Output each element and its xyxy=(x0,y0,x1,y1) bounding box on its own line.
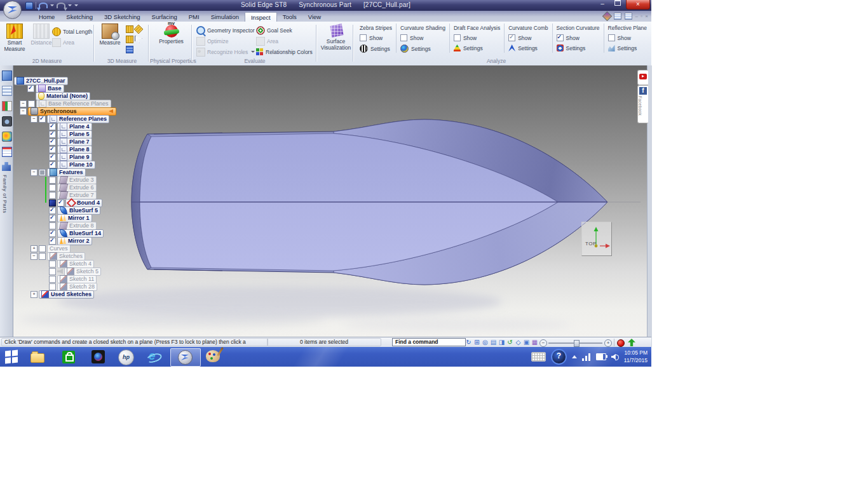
show-checkbox[interactable] xyxy=(454,34,461,41)
tree-item-bluesurf-14[interactable]: BlueSurf 14 xyxy=(57,229,104,238)
zoom-in-button[interactable]: + xyxy=(604,339,612,347)
tree-checkbox[interactable] xyxy=(49,123,56,130)
pan-icon[interactable]: ◇ xyxy=(514,338,522,346)
tree-item-mirror-2[interactable]: Mirror 2 xyxy=(57,237,92,245)
tree-item-sketches[interactable]: Sketches xyxy=(47,252,85,261)
minimize-ribbon-icon[interactable] xyxy=(625,13,632,20)
help-icon[interactable] xyxy=(602,11,612,22)
recognize-holes-button[interactable]: Recognize Holes xyxy=(196,46,255,57)
window-layout-icon[interactable]: ▣ xyxy=(522,338,531,346)
tab-view[interactable]: View xyxy=(302,12,327,22)
file-explorer-icon[interactable] xyxy=(31,353,44,363)
tab-simulation[interactable]: Simulation xyxy=(205,12,245,22)
record-video-button[interactable] xyxy=(617,339,625,347)
settings-button-reflective-plane[interactable]: Settings xyxy=(608,44,647,51)
tree-item-curves[interactable]: Curves xyxy=(47,245,71,253)
geometry-inspector-button[interactable]: Geometry Inspector xyxy=(196,25,255,36)
settings-button-section-curvature[interactable]: Settings xyxy=(557,44,600,51)
collapse-expander[interactable]: − xyxy=(20,100,27,107)
angle-measure-icon[interactable] xyxy=(133,24,143,34)
tree-item-base[interactable]: Base xyxy=(36,85,64,93)
tree-item-27cc-hull-par[interactable]: 27CC_Hull.par xyxy=(14,77,68,85)
relationship-colors-button[interactable]: Relationship Colors xyxy=(256,46,313,57)
find-command-input[interactable]: Find a command xyxy=(392,338,466,346)
tree-item-material-none[interactable]: Material (None) xyxy=(36,92,90,100)
tab-surfacing[interactable]: Surfacing xyxy=(146,12,183,22)
solid-edge-taskbar-button[interactable] xyxy=(170,348,201,367)
tree-item-base-reference-planes[interactable]: Base Reference Planes xyxy=(36,100,111,108)
camera-app-icon[interactable] xyxy=(92,350,105,363)
help-tray-icon[interactable]: ? xyxy=(551,349,567,365)
show-toggle-curvature-comb[interactable]: Show xyxy=(508,34,548,41)
collapse-expander[interactable]: − xyxy=(20,108,27,115)
tree-checkbox[interactable] xyxy=(49,283,56,290)
tree-item-sketch-11[interactable]: Sketch 11 xyxy=(57,275,97,283)
network-icon[interactable] xyxy=(582,353,591,361)
application-menu-button[interactable] xyxy=(3,1,22,19)
show-toggle-draft-face-analysis[interactable]: Show xyxy=(454,34,500,41)
distance-button[interactable]: Distance xyxy=(29,24,54,53)
settings-button-zebra-stripes[interactable]: Settings xyxy=(360,44,392,53)
tree-checkbox[interactable] xyxy=(39,116,46,123)
tree-checkbox[interactable] xyxy=(39,169,46,176)
minimum-distance-icon[interactable] xyxy=(126,36,133,43)
zoom-icon[interactable]: ◎ xyxy=(481,338,489,346)
dropdown-caret[interactable] xyxy=(251,51,255,53)
tab-inspect[interactable]: Inspect xyxy=(245,12,277,22)
tree-item-plane-8[interactable]: Plane 8 xyxy=(57,146,92,154)
tree-checkbox[interactable] xyxy=(49,261,56,268)
settings-button-curvature-shading[interactable]: Settings xyxy=(400,44,445,53)
ribbon-display-icon[interactable] xyxy=(614,13,621,20)
volume-icon[interactable] xyxy=(611,353,619,360)
tree-item-plane-5[interactable]: Plane 5 xyxy=(57,130,92,139)
zoom-out-button[interactable]: − xyxy=(539,339,547,347)
tree-item-sketch-4[interactable]: Sketch 4 xyxy=(57,260,94,268)
tree-item-extrude-6[interactable]: Extrude 6 xyxy=(57,184,97,192)
tab-pmi[interactable]: PMI xyxy=(183,12,205,22)
goal-seek-button[interactable]: Goal Seek xyxy=(256,25,313,36)
tree-checkbox[interactable] xyxy=(49,192,56,199)
tree-checkbox[interactable] xyxy=(49,207,56,214)
facebook-tab[interactable]: f Facebook xyxy=(637,85,648,123)
tree-item-extrude-8[interactable]: Extrude 8 xyxy=(57,222,97,230)
tree-item-used-sketches[interactable]: Used Sketches xyxy=(39,290,94,299)
settings-button-draft-face-analysis[interactable]: Settings xyxy=(454,44,500,51)
tree-checkbox[interactable] xyxy=(49,131,56,138)
tree-item-sketch-28[interactable]: Sketch 28 xyxy=(57,283,97,291)
view-orientation-triad[interactable]: TOP xyxy=(581,222,612,256)
settings-button-curvature-comb[interactable]: Settings xyxy=(508,44,548,51)
smart-measure-button[interactable]: Smart Measure xyxy=(2,24,27,53)
rotate-icon[interactable]: ↻ xyxy=(465,338,473,346)
show-checkbox[interactable] xyxy=(360,34,367,41)
zoom-slider-thumb[interactable] xyxy=(574,340,580,347)
tree-checkbox[interactable] xyxy=(49,177,56,184)
tab-3d-sketching[interactable]: 3D Sketching xyxy=(98,12,146,22)
document-window-controls[interactable]: – ▫ × xyxy=(635,13,649,19)
area-2d-button[interactable]: Area xyxy=(52,37,92,48)
tree-checkbox[interactable] xyxy=(49,154,56,161)
tree-checkbox[interactable] xyxy=(49,238,56,245)
tab-sketching[interactable]: Sketching xyxy=(60,12,98,22)
tree-item-plane-4[interactable]: Plane 4 xyxy=(57,123,92,131)
tree-item-extrude-7[interactable]: Extrude 7 xyxy=(57,191,97,200)
zoom-area-icon[interactable]: ⊞ xyxy=(473,338,481,346)
tree-item-bluesurf-5[interactable]: BlueSurf 5 xyxy=(57,207,100,215)
select-measure-icon[interactable] xyxy=(135,36,142,43)
tree-checkbox[interactable] xyxy=(49,222,56,229)
tree-item-features[interactable]: Features xyxy=(47,168,86,177)
battery-icon[interactable] xyxy=(596,353,606,360)
total-length-button[interactable]: Total Length xyxy=(52,26,92,37)
tree-checkbox[interactable] xyxy=(39,253,46,260)
sheet-views-icon[interactable]: ▤ xyxy=(489,338,498,346)
tab-home[interactable]: Home xyxy=(33,12,60,22)
tree-checkbox[interactable] xyxy=(28,100,35,107)
spin-icon[interactable]: ↺ xyxy=(506,338,514,346)
tree-checkbox[interactable] xyxy=(49,215,56,222)
show-checkbox[interactable] xyxy=(400,34,407,41)
tree-checkbox[interactable] xyxy=(27,85,34,92)
tree-item-mirror-1[interactable]: Mirror 1 xyxy=(57,214,92,222)
show-toggle-reflective-plane[interactable]: Show xyxy=(608,34,647,41)
show-hidden-icons[interactable] xyxy=(572,355,577,358)
show-toggle-section-curvature[interactable]: Show xyxy=(557,34,600,41)
normal-distance-icon[interactable] xyxy=(126,46,133,53)
